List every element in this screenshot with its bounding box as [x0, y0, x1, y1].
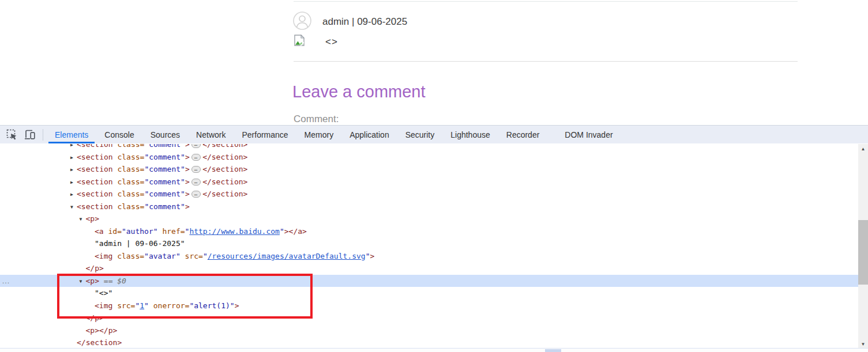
code-token: </section>: [77, 338, 122, 347]
broken-image-icon: [294, 35, 305, 48]
vertical-scrollbar[interactable]: ▲ ▼: [858, 144, 868, 349]
comment-body-row: <>: [294, 35, 338, 48]
code-token: <section: [77, 190, 113, 198]
tab-sources[interactable]: Sources: [142, 126, 188, 143]
code-token: <p>: [86, 214, 99, 223]
collapse-arrow-icon[interactable]: ▼: [70, 201, 77, 214]
code-token: </section>: [202, 153, 247, 161]
code-token: class=: [113, 165, 145, 173]
dom-tree: ▶<section class="comment">…</section>▶<s…: [0, 144, 858, 349]
scroll-down-arrow-icon[interactable]: ▼: [858, 339, 868, 349]
dom-tree-row[interactable]: <img src="1" onerror="alert(1)">: [0, 300, 858, 312]
tab-recorder[interactable]: Recorder: [498, 126, 548, 143]
code-token: class=: [112, 252, 144, 260]
dom-tree-row[interactable]: ▼<p>: [0, 213, 858, 225]
comment-field-label: Comment:: [294, 113, 339, 125]
devtools-tabs: ElementsConsoleSourcesNetworkPerformance…: [47, 126, 621, 143]
dom-tree-row[interactable]: <img class="avatar" src="/resources/imag…: [0, 250, 858, 263]
inline-expand-button[interactable]: …: [191, 191, 201, 198]
dom-tree-row[interactable]: ▶<section class="comment">…</section>: [0, 188, 858, 200]
inline-expand-button[interactable]: …: [191, 179, 201, 186]
tab-memory[interactable]: Memory: [296, 126, 342, 143]
code-token: <p>: [86, 277, 99, 285]
tab-application[interactable]: Application: [341, 126, 397, 143]
scroll-up-arrow-icon[interactable]: ▲: [858, 144, 868, 153]
tab-elements[interactable]: Elements: [47, 126, 96, 143]
collapse-arrow-icon[interactable]: ▼: [80, 213, 86, 226]
comment-header-row: admin | 09-06-2025: [293, 12, 407, 32]
code-token: <img: [95, 252, 112, 260]
code-token: >: [185, 202, 190, 211]
code-token: <section: [77, 177, 113, 186]
code-token: >: [235, 301, 239, 310]
code-token: <section: [77, 153, 113, 161]
dom-tree-row[interactable]: ▶<section class="comment">…</section>: [0, 151, 858, 164]
dom-tree-row-selected[interactable]: ▼<p> == $0: [0, 275, 858, 287]
attribute-value-link[interactable]: http://www.baidu.com: [189, 227, 280, 236]
dom-tree-row[interactable]: ▶<section class="comment">…</section>: [0, 163, 858, 176]
toolbar-separator: [43, 129, 43, 141]
dom-tree-row[interactable]: "admin | 09-06-2025": [0, 237, 858, 250]
code-token: </p>: [86, 264, 104, 272]
code-token: >: [185, 165, 190, 173]
dom-tree-row[interactable]: <p></p>: [0, 324, 858, 337]
device-toolbar-icon[interactable]: [24, 129, 36, 141]
inline-expand-button[interactable]: …: [191, 166, 201, 173]
inline-expand-button[interactable]: …: [191, 154, 201, 161]
code-token: id=: [104, 227, 122, 236]
dom-tree-row[interactable]: "<>": [0, 287, 858, 300]
attribute-value-link[interactable]: /resources/images/avatarDefault.svg: [208, 252, 366, 260]
horizontal-scrollbar-thumb[interactable]: [545, 349, 561, 352]
code-token: ": [203, 252, 208, 260]
code-token: ": [144, 301, 149, 310]
code-token: onerror=: [149, 301, 189, 310]
expand-arrow-icon[interactable]: ▶: [70, 152, 77, 164]
code-token: </section>: [202, 165, 247, 173]
tab-console[interactable]: Console: [96, 126, 142, 143]
dom-tree-row[interactable]: </p>: [0, 312, 858, 324]
tab-network[interactable]: Network: [188, 126, 234, 143]
dom-tree-row[interactable]: </p>: [0, 262, 858, 275]
inline-expand-button[interactable]: …: [191, 144, 201, 148]
collapse-arrow-icon[interactable]: ▼: [80, 275, 86, 288]
node-menu-dots-icon[interactable]: …: [2, 275, 10, 288]
code-token: >: [370, 252, 374, 260]
code-token: class=: [113, 202, 145, 211]
code-token: "comment": [144, 153, 185, 161]
tab-dom-invader[interactable]: DOM Invader: [557, 126, 621, 143]
code-token: <img: [95, 301, 112, 310]
code-token: "author": [122, 227, 158, 236]
tab-security[interactable]: Security: [397, 126, 443, 143]
code-token: ></a>: [284, 227, 307, 236]
expand-arrow-icon[interactable]: ▶: [70, 144, 77, 152]
code-token: "avatar": [144, 252, 181, 260]
code-token: class=: [113, 177, 145, 186]
code-token: >: [185, 177, 190, 186]
code-token: <p></p>: [86, 326, 118, 335]
code-token: <section: [77, 202, 113, 211]
tab-lighthouse[interactable]: Lighthouse: [442, 126, 498, 143]
leave-comment-heading: Leave a comment: [292, 82, 426, 101]
elements-tree-area: ▶<section class="comment">…</section>▶<s…: [0, 144, 858, 349]
expand-arrow-icon[interactable]: ▶: [70, 188, 77, 201]
inspect-icon[interactable]: [6, 129, 18, 141]
tab-performance[interactable]: Performance: [234, 126, 296, 143]
devtools-panel: ElementsConsoleSourcesNetworkPerformance…: [0, 125, 868, 352]
attribute-value-link[interactable]: 1: [140, 301, 144, 310]
dom-tree-row[interactable]: </section>: [0, 336, 858, 349]
code-token: </section>: [202, 177, 247, 186]
code-token: ": [280, 227, 284, 236]
vertical-scrollbar-thumb[interactable]: [858, 220, 868, 285]
code-token: class=: [113, 153, 145, 161]
code-token: == $0: [99, 277, 126, 285]
code-token: <section: [77, 165, 113, 173]
expand-arrow-icon[interactable]: ▶: [70, 176, 77, 189]
code-token: <section: [77, 144, 113, 149]
expand-arrow-icon[interactable]: ▶: [70, 164, 77, 176]
dom-tree-row[interactable]: <a id="author" href="http://www.baidu.co…: [0, 225, 858, 238]
code-token: href=: [158, 227, 185, 236]
code-token: class=: [113, 190, 145, 198]
dom-tree-row[interactable]: ▶<section class="comment">…</section>: [0, 144, 858, 151]
dom-tree-row[interactable]: ▶<section class="comment">…</section>: [0, 176, 858, 188]
dom-tree-row[interactable]: ▼<section class="comment">: [0, 200, 858, 213]
